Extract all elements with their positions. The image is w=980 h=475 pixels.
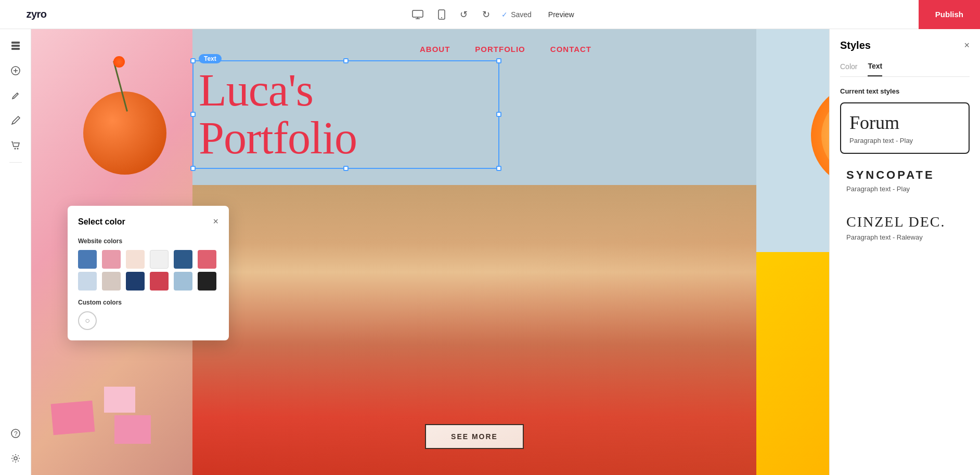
handle-bottom-left[interactable] (190, 166, 196, 171)
pink-block-2 (104, 387, 135, 413)
font-option-syncopate[interactable]: SYNCOPATE Paragraph text - Play (840, 162, 970, 199)
color-swatch-pink-light[interactable] (102, 250, 121, 269)
font-option-cinzel[interactable]: CINZEL DEC. Paragraph text - Raleway (840, 207, 970, 247)
cart-icon[interactable] (5, 135, 26, 156)
pink-block-1 (51, 401, 95, 436)
font-display-cinzel: CINZEL DEC. (846, 214, 963, 230)
svg-text:?: ? (14, 430, 18, 438)
color-swatches-grid (78, 250, 218, 291)
center-hero-image: SEE MORE (192, 185, 756, 475)
styles-panel-close-button[interactable]: × (964, 40, 970, 51)
settings-icon[interactable] (5, 448, 26, 469)
layers-icon[interactable] (5, 35, 26, 56)
redo-button[interactable]: ↻ (479, 6, 493, 23)
preview-button[interactable]: Preview (540, 6, 583, 23)
color-swatch-peach[interactable] (126, 250, 145, 269)
tab-color[interactable]: Color (840, 62, 857, 76)
svg-rect-4 (11, 45, 20, 47)
hero-text-line2: Portfolio (199, 114, 493, 162)
color-swatch-black[interactable] (198, 272, 216, 291)
handle-middle-left[interactable] (190, 112, 196, 117)
nav-about[interactable]: ABOUT (420, 45, 450, 54)
styles-panel-title: Styles (840, 39, 871, 51)
handle-bottom-middle[interactable] (343, 166, 349, 171)
color-panel-header: Select color × (78, 216, 218, 227)
color-swatch-blue-deep[interactable] (126, 272, 145, 291)
add-element-icon[interactable] (5, 60, 26, 81)
edit-icon[interactable] (5, 110, 26, 131)
handle-top-middle[interactable] (343, 58, 349, 63)
color-panel-title: Select color (78, 217, 125, 227)
svg-rect-3 (11, 42, 20, 44)
handle-top-right[interactable] (496, 58, 501, 63)
pink-block-3 (114, 415, 151, 444)
topbar: zyro ↺ ↻ ✓ Saved Preview Publish (0, 0, 980, 29)
text-element-wrapper[interactable]: Text Luca's Portfolio (192, 60, 499, 169)
svg-point-10 (17, 148, 18, 150)
nav-portfolio[interactable]: PORTFOLIO (475, 45, 525, 54)
color-swatch-blue-light[interactable] (78, 272, 97, 291)
font-display-syncopate: SYNCOPATE (846, 168, 963, 182)
color-swatch-taupe[interactable] (102, 272, 121, 291)
color-swatch-red-mid[interactable] (198, 250, 216, 269)
handle-bottom-right[interactable] (496, 166, 501, 171)
font-paragraph-syncopate: Paragraph text - Play (846, 185, 963, 193)
styles-panel: Styles × Color Text Current text styles … (829, 29, 980, 475)
svg-point-9 (14, 148, 16, 150)
publish-button[interactable]: Publish (919, 0, 980, 29)
desktop-view-button[interactable] (409, 7, 427, 22)
sidebar: ? (0, 29, 31, 475)
color-swatch-blue-mid[interactable] (174, 250, 192, 269)
color-panel-close-button[interactable]: × (213, 216, 218, 227)
svg-point-13 (14, 457, 17, 460)
mobile-view-button[interactable] (435, 6, 448, 23)
font-display-forum: Forum (849, 112, 960, 134)
flower-head (113, 56, 125, 68)
color-swatch-blue-dark[interactable] (78, 250, 97, 269)
svg-rect-5 (11, 48, 20, 50)
styles-panel-header: Styles × (840, 39, 970, 51)
nav-contact[interactable]: CONTACT (550, 45, 591, 54)
font-paragraph-forum: Paragraph text - Play (849, 137, 960, 144)
styles-tabs: Color Text (840, 62, 970, 77)
svg-rect-0 (412, 10, 423, 17)
person-overlay (192, 185, 756, 475)
hero-text-line1: Luca's (199, 67, 493, 114)
svg-point-2 (441, 17, 442, 18)
font-paragraph-cinzel: Paragraph text - Raleway (846, 233, 963, 241)
handle-middle-right[interactable] (496, 112, 501, 117)
font-card-forum[interactable]: Forum Paragraph text - Play (840, 102, 970, 154)
website-colors-label: Website colors (78, 238, 218, 245)
color-swatch-red-dark[interactable] (150, 272, 169, 291)
text-element-selection-border: Text Luca's Portfolio (192, 60, 499, 169)
undo-button[interactable]: ↺ (457, 6, 471, 23)
color-swatch-sky[interactable] (174, 272, 192, 291)
text-element-label: Text (199, 54, 222, 63)
custom-colors-label: Custom colors (78, 299, 218, 306)
saved-status: ✓ Saved (501, 10, 532, 19)
logo: zyro (0, 8, 73, 20)
color-swatch-white[interactable] (150, 250, 169, 269)
help-icon[interactable]: ? (5, 423, 26, 444)
current-styles-label: Current text styles (840, 87, 970, 95)
sidebar-divider (9, 162, 22, 163)
saved-check-icon: ✓ (501, 10, 508, 19)
topbar-center: ↺ ↻ ✓ Saved Preview (73, 6, 919, 23)
add-custom-color-button[interactable]: ○ (78, 311, 97, 330)
handle-top-left[interactable] (190, 58, 196, 63)
tab-text[interactable]: Text (868, 62, 882, 76)
color-picker-panel: Select color × Website colors Custom col… (68, 206, 229, 340)
pen-tool-icon[interactable] (5, 85, 26, 106)
hero-text-content[interactable]: Luca's Portfolio (199, 67, 493, 163)
